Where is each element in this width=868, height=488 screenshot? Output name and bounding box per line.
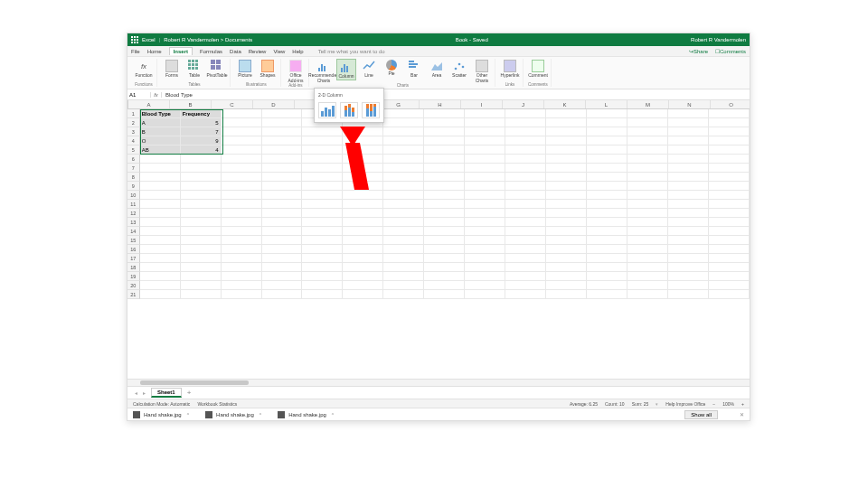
cell-L11[interactable] — [587, 200, 627, 209]
cell-A18[interactable] — [140, 263, 181, 272]
cell-E10[interactable] — [302, 191, 343, 200]
cell-D20[interactable] — [262, 281, 303, 290]
cell-F21[interactable] — [343, 290, 383, 299]
cell-A6[interactable] — [140, 155, 181, 164]
cell-K16[interactable] — [546, 245, 587, 254]
cell-N10[interactable] — [668, 191, 709, 200]
cell-D7[interactable] — [262, 164, 303, 173]
cell-D11[interactable] — [262, 200, 303, 209]
cell-O1[interactable] — [709, 109, 750, 118]
cell-O6[interactable] — [709, 155, 750, 164]
cell-H15[interactable] — [424, 236, 465, 245]
clustered-column-option[interactable] — [318, 102, 336, 118]
column-header-D[interactable]: D — [253, 100, 295, 108]
cell-D4[interactable] — [262, 136, 303, 145]
cell-M17[interactable] — [627, 254, 668, 263]
cell-O20[interactable] — [709, 281, 750, 290]
cell-G6[interactable] — [383, 155, 424, 164]
cell-F4[interactable] — [343, 136, 383, 145]
zoom-out[interactable]: − — [712, 401, 715, 407]
cell-A11[interactable] — [140, 200, 181, 209]
cell-A9[interactable] — [140, 182, 181, 191]
cell-B20[interactable] — [181, 281, 222, 290]
cell-D15[interactable] — [262, 236, 303, 245]
cell-G11[interactable] — [383, 200, 424, 209]
cell-N1[interactable] — [668, 109, 709, 118]
cell-B14[interactable] — [181, 227, 222, 236]
cell-B13[interactable] — [181, 218, 222, 227]
cell-I12[interactable] — [465, 209, 505, 218]
cell-G7[interactable] — [383, 164, 424, 173]
cell-O16[interactable] — [709, 245, 750, 254]
cell-D18[interactable] — [262, 263, 303, 272]
cell-B19[interactable] — [181, 272, 222, 281]
table-button[interactable]: Table — [184, 59, 204, 79]
cell-G10[interactable] — [383, 191, 424, 200]
cell-M20[interactable] — [627, 281, 668, 290]
comment-button[interactable]: Comment — [528, 59, 548, 79]
cell-C15[interactable] — [222, 236, 262, 245]
cell-I14[interactable] — [465, 227, 505, 236]
cell-H9[interactable] — [424, 182, 465, 191]
fx-icon[interactable]: fx — [151, 92, 162, 98]
cell-O17[interactable] — [709, 254, 750, 263]
cell-H13[interactable] — [424, 218, 465, 227]
tell-me-search[interactable]: Tell me what you want to do — [318, 49, 385, 54]
cell-C8[interactable] — [222, 173, 262, 182]
cell-E7[interactable] — [302, 164, 343, 173]
cell-J13[interactable] — [505, 218, 546, 227]
cell-C17[interactable] — [222, 254, 262, 263]
pie-chart-button[interactable]: Pie — [382, 59, 401, 77]
cell-G17[interactable] — [383, 254, 424, 263]
cell-L14[interactable] — [587, 227, 627, 236]
chevron-up-icon[interactable]: ^ — [187, 412, 189, 418]
cell-K8[interactable] — [546, 173, 587, 182]
cell-F3[interactable] — [343, 127, 383, 136]
cell-I16[interactable] — [465, 245, 505, 254]
cell-M1[interactable] — [627, 109, 668, 118]
cell-B4[interactable]: 9 — [181, 136, 222, 145]
cell-H5[interactable] — [424, 145, 465, 155]
cell-A4[interactable]: O — [140, 136, 181, 145]
cell-K4[interactable] — [546, 136, 587, 145]
cell-C9[interactable] — [222, 182, 262, 191]
cell-C18[interactable] — [222, 263, 262, 272]
cell-F5[interactable] — [343, 145, 383, 155]
cell-N6[interactable] — [668, 155, 709, 164]
cell-A19[interactable] — [140, 272, 181, 281]
cell-J3[interactable] — [505, 127, 546, 136]
cell-I7[interactable] — [465, 164, 505, 173]
cell-H20[interactable] — [424, 281, 465, 290]
cell-H2[interactable] — [424, 118, 465, 127]
cell-E13[interactable] — [302, 218, 343, 227]
cell-N9[interactable] — [668, 182, 709, 191]
cell-H10[interactable] — [424, 191, 465, 200]
cell-H12[interactable] — [424, 209, 465, 218]
cell-F14[interactable] — [343, 227, 383, 236]
cell-O19[interactable] — [709, 272, 750, 281]
cell-E15[interactable] — [302, 236, 343, 245]
cell-H7[interactable] — [424, 164, 465, 173]
cell-O12[interactable] — [709, 209, 750, 218]
cell-E8[interactable] — [302, 173, 343, 182]
cell-G12[interactable] — [383, 209, 424, 218]
cell-K12[interactable] — [546, 209, 587, 218]
cell-L18[interactable] — [587, 263, 627, 272]
picture-button[interactable]: Picture — [235, 59, 255, 79]
line-chart-button[interactable]: Line — [359, 59, 379, 79]
cell-F15[interactable] — [343, 236, 383, 245]
cell-L3[interactable] — [587, 127, 627, 136]
cell-G9[interactable] — [383, 182, 424, 191]
row-header-2[interactable]: 2 — [127, 118, 140, 127]
cell-B6[interactable] — [181, 155, 222, 164]
cell-B12[interactable] — [181, 209, 222, 218]
row-header-6[interactable]: 6 — [127, 155, 140, 164]
cell-L1[interactable] — [587, 109, 627, 118]
cell-L5[interactable] — [587, 145, 627, 155]
cell-J14[interactable] — [505, 227, 546, 236]
column-header-A[interactable]: A — [128, 100, 170, 108]
cell-O18[interactable] — [709, 263, 750, 272]
cell-C19[interactable] — [222, 272, 262, 281]
cell-I9[interactable] — [465, 182, 505, 191]
chevron-up-icon[interactable]: ^ — [332, 412, 334, 418]
